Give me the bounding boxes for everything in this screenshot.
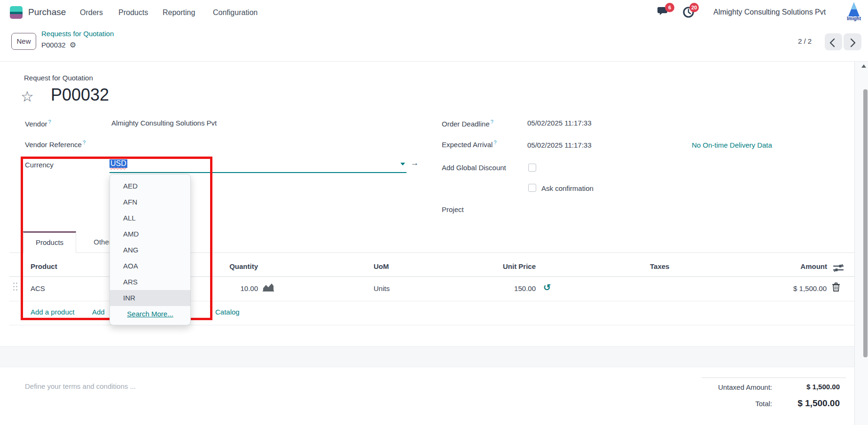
order-deadline-help-icon: ? <box>491 119 493 125</box>
tab-products[interactable]: Products <box>23 231 76 253</box>
scrollbar-up-arrow-icon[interactable] <box>861 64 866 68</box>
delete-line-trash-icon[interactable] <box>832 282 840 292</box>
chevron-right-icon <box>844 37 860 49</box>
cell-amount[interactable]: $ 1,500.00 <box>766 284 827 292</box>
pager-count: 2 / 2 <box>798 37 812 45</box>
currency-dropdown-caret-icon[interactable] <box>400 163 405 165</box>
vendor-reference-input[interactable] <box>111 140 252 149</box>
expected-arrival-value[interactable]: 05/02/2025 11:17:33 <box>527 141 592 149</box>
currency-option-ang[interactable]: ANG <box>110 242 190 258</box>
optional-columns-icon[interactable] <box>833 263 844 273</box>
cell-uom[interactable]: Units <box>374 284 390 292</box>
order-deadline-value[interactable]: 05/02/2025 11:17:33 <box>527 119 592 127</box>
row-drag-handle[interactable] <box>13 283 18 291</box>
price-history-icon[interactable]: ↺ <box>543 282 551 293</box>
untaxed-amount-value: $ 1,500.00 <box>769 383 840 391</box>
currency-dropdown-menu: AED AFN ALL AMD ANG AOA ARS INR Search M… <box>109 174 191 325</box>
actions-gear-icon[interactable]: ⚙ <box>70 41 76 49</box>
vendor-help-icon: ? <box>48 119 51 125</box>
messages-icon[interactable]: 6 <box>657 6 670 18</box>
col-header-unit-price[interactable]: Unit Price <box>475 262 536 270</box>
add-a-product-link[interactable]: Add a product <box>31 308 74 316</box>
chevron-left-icon <box>825 37 841 49</box>
forecast-chart-icon[interactable] <box>263 283 274 291</box>
menu-orders[interactable]: Orders <box>80 8 103 17</box>
document-title: P00032 <box>51 85 109 105</box>
add-section-link-partial[interactable]: Add <box>92 308 105 316</box>
breadcrumb-current-label: P00032 <box>41 41 66 49</box>
catalog-link[interactable]: Catalog <box>215 308 240 316</box>
vendor-reference-help-icon: ? <box>83 140 86 145</box>
app-name[interactable]: Purchase <box>28 7 66 17</box>
currency-label: Currency <box>25 161 54 169</box>
totals-divider <box>702 378 846 378</box>
project-input[interactable] <box>527 205 668 215</box>
cell-unit-price[interactable]: 150.00 <box>475 284 536 292</box>
breadcrumb-current: P00032⚙ <box>41 40 76 49</box>
total-label: Total: <box>678 400 772 408</box>
add-global-discount-checkbox[interactable] <box>528 164 536 172</box>
menu-reporting[interactable]: Reporting <box>163 8 195 17</box>
ask-confirmation-checkbox[interactable] <box>528 184 536 192</box>
activities-badge: 20 <box>689 3 699 12</box>
currency-input[interactable]: USD <box>109 159 127 168</box>
menu-configuration[interactable]: Configuration <box>213 8 258 17</box>
user-company-menu[interactable]: Almighty Consulting Solutions Pvt <box>713 8 826 16</box>
scrollbar-thumb[interactable] <box>863 89 868 357</box>
currency-option-amd[interactable]: AMD <box>110 226 190 242</box>
currency-input-underline <box>109 172 407 173</box>
ask-confirmation-label: Ask confirmation <box>541 184 594 192</box>
currency-option-ars[interactable]: ARS <box>110 274 190 290</box>
table-empty-stripe <box>0 346 854 367</box>
pager-previous-button[interactable] <box>825 33 842 50</box>
col-header-product[interactable]: Product <box>31 262 57 270</box>
app-window: Purchase Orders Products Reporting Confi… <box>0 0 868 425</box>
brand-logo-text: Imight <box>844 16 864 21</box>
expected-arrival-label: Expected Arrival? <box>442 140 497 149</box>
add-global-discount-label: Add Global Discount <box>442 164 506 172</box>
pager-next-button[interactable] <box>844 33 861 50</box>
purchase-app-icon[interactable] <box>10 6 23 19</box>
currency-option-all[interactable]: ALL <box>110 210 190 226</box>
new-button[interactable]: New <box>11 33 36 50</box>
on-time-delivery-link[interactable]: No On-time Delivery Data <box>692 141 772 149</box>
cell-product[interactable]: ACS <box>31 284 45 292</box>
col-header-quantity[interactable]: Quantity <box>197 262 258 270</box>
untaxed-amount-label: Untaxed Amount: <box>678 383 772 391</box>
vendor-value[interactable]: Almighty Consulting Solutions Pvt <box>111 119 217 127</box>
col-header-amount[interactable]: Amount <box>766 262 827 270</box>
menu-products[interactable]: Products <box>118 8 148 17</box>
terms-placeholder[interactable]: Define your terms and conditions ... <box>25 382 136 390</box>
control-panel: New Requests for Quotation P00032⚙ 2 / 2 <box>0 25 868 62</box>
col-header-taxes[interactable]: Taxes <box>650 262 669 270</box>
currency-option-afn[interactable]: AFN <box>110 194 190 210</box>
cell-quantity[interactable]: 10.00 <box>197 284 258 292</box>
col-header-uom[interactable]: UoM <box>374 262 389 270</box>
messages-badge: 6 <box>665 3 674 12</box>
currency-option-aed[interactable]: AED <box>110 178 190 194</box>
vendor-reference-label: Vendor Reference? <box>25 140 86 149</box>
currency-option-inr[interactable]: INR <box>110 290 190 306</box>
doc-type-label: Request for Quotation <box>24 74 93 82</box>
vendor-label: Vendor? <box>25 119 51 128</box>
expected-arrival-help-icon: ? <box>493 140 496 145</box>
currency-internal-link-arrow-icon[interactable]: → <box>411 158 419 168</box>
project-label: Project <box>442 205 464 213</box>
company-brand-logo: Imight <box>844 1 864 24</box>
top-navbar: Purchase Orders Products Reporting Confi… <box>0 0 868 25</box>
order-deadline-label: Order Deadline? <box>442 119 493 128</box>
total-value: $ 1,500.00 <box>769 398 840 409</box>
breadcrumb-parent-link[interactable]: Requests for Quotation <box>41 30 114 38</box>
search-more-link[interactable]: Search More... <box>110 306 190 323</box>
activities-clock-icon[interactable]: 20 <box>682 6 696 19</box>
favorite-star-icon[interactable]: ☆ <box>21 88 34 106</box>
currency-option-aoa[interactable]: AOA <box>110 258 190 274</box>
